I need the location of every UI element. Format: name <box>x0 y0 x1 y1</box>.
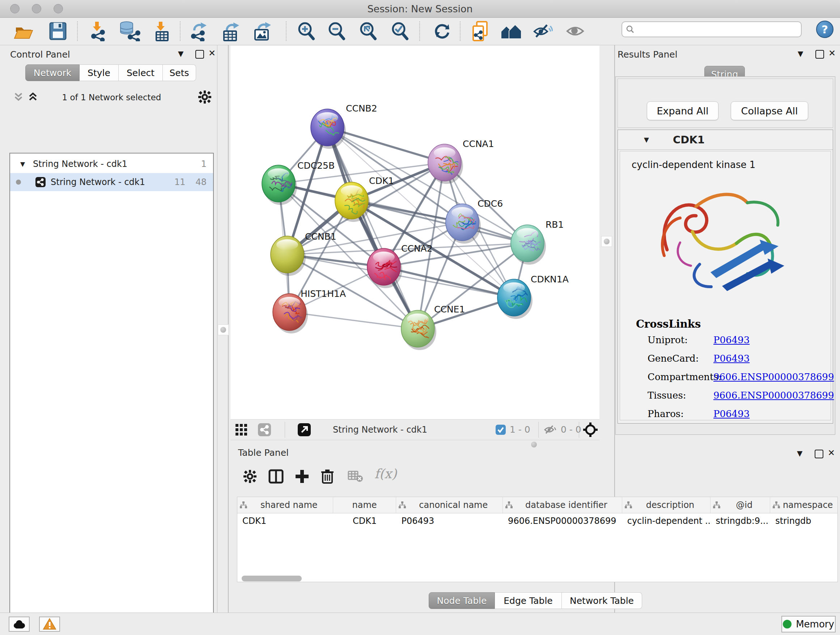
memory-button[interactable]: Memory <box>782 616 836 632</box>
hide-unhide-button[interactable] <box>532 20 553 42</box>
column-header-canonical-name[interactable]: canonical name <box>396 497 503 513</box>
create-column-button[interactable] <box>292 468 312 485</box>
network-row[interactable]: String Network - cdk1 11 48 <box>10 173 213 191</box>
open-session-button[interactable] <box>14 20 34 42</box>
tab-style[interactable]: Style <box>80 65 118 81</box>
network-node-HIST1H1A[interactable] <box>273 294 308 333</box>
network-node-CCNB2[interactable] <box>311 109 346 149</box>
update-network-button[interactable] <box>432 20 452 42</box>
table-panel-menu-button[interactable]: ▼ <box>797 450 802 457</box>
left-splitter-handle[interactable] <box>218 325 229 335</box>
crosslink-value-uniprot[interactable]: P06493 <box>714 334 750 345</box>
window-title: Session: New Session <box>0 3 840 14</box>
cell-canonical-name[interactable]: P06493 <box>396 513 503 529</box>
network-node-CCNE1[interactable] <box>401 310 436 350</box>
crosslink-label-compartments: Compartments: <box>647 371 722 382</box>
table-horizontal-scrollbar[interactable] <box>242 576 302 581</box>
tab-sets[interactable]: Sets <box>163 65 196 81</box>
cell-namespace[interactable]: stringdb <box>770 513 837 529</box>
zoom-in-icon <box>296 21 316 41</box>
export-image-button[interactable] <box>253 20 273 42</box>
network-node-CDC6[interactable] <box>446 204 481 244</box>
string-home-button[interactable] <box>500 20 523 42</box>
control-panel-float-button[interactable] <box>195 50 204 59</box>
export-network-button[interactable] <box>189 20 209 42</box>
cloud-status-button[interactable] <box>9 616 30 632</box>
results-panel-float-button[interactable] <box>815 50 824 59</box>
network-node-RB1[interactable] <box>511 225 546 264</box>
cell-id[interactable]: stringdb:9... <box>711 513 770 529</box>
results-panel-menu-button[interactable]: ▼ <box>798 50 803 57</box>
protein-expand-caret[interactable]: ▼ <box>644 136 649 143</box>
detach-view-button[interactable] <box>298 423 311 438</box>
control-panel-close-button[interactable]: ✕ <box>208 50 216 57</box>
status-bar: Memory <box>0 613 840 635</box>
import-table-from-file-button[interactable] <box>152 20 172 42</box>
search-input[interactable] <box>638 24 797 35</box>
network-node-CDKN1A[interactable] <box>497 279 532 319</box>
table-row[interactable]: CDK1 CDK1 P06493 9606.ENSP00000378699 cy… <box>237 513 837 529</box>
tab-node-table[interactable]: Node Table <box>429 592 495 609</box>
cell-description[interactable]: cyclin-dependent ... <box>622 513 711 529</box>
network-canvas[interactable]: CCNB2CCNA1CDC25BCDK1CDC6RB1CCNB1CCNA2CDK… <box>231 46 600 419</box>
network-node-CDK1[interactable] <box>335 182 370 222</box>
column-type-icon <box>713 501 721 509</box>
zoom-fit-button[interactable] <box>358 20 378 42</box>
tab-network-table[interactable]: Network Table <box>562 592 642 609</box>
import-network-from-file-button[interactable] <box>88 20 108 42</box>
crosslink-value-genecard[interactable]: P06493 <box>714 353 750 364</box>
collapse-all-button[interactable]: Collapse All <box>731 101 808 120</box>
tab-select[interactable]: Select <box>118 65 163 81</box>
cell-name[interactable]: CDK1 <box>333 513 396 529</box>
column-header-name[interactable]: name <box>333 497 396 513</box>
table-panel-float-button[interactable] <box>815 450 823 458</box>
network-panel-options-button[interactable] <box>197 90 212 106</box>
column-header-id[interactable]: @id <box>711 497 770 513</box>
show-graphics-details-button[interactable] <box>565 20 585 42</box>
zoom-in-button[interactable] <box>296 20 316 42</box>
selected-checkbox[interactable] <box>496 424 506 436</box>
string-results-box: Expand All Collapse All ▼ CDK1 cyclin-de… <box>615 76 835 435</box>
delete-columns-button[interactable] <box>317 468 338 485</box>
zoom-selected-button[interactable] <box>390 20 410 42</box>
warnings-button[interactable] <box>39 616 60 632</box>
help-button[interactable]: ? <box>816 21 834 38</box>
table-panel-title: Table Panel <box>238 448 289 458</box>
save-session-button[interactable] <box>48 20 68 42</box>
show-column-selector-button[interactable] <box>266 468 286 485</box>
crosslink-value-pharos[interactable]: P06493 <box>714 409 750 419</box>
strip-separator <box>579 422 579 438</box>
navigator-button[interactable] <box>583 423 598 439</box>
network-collection-row[interactable]: ▼ String Network - cdk1 1 <box>10 155 213 173</box>
right-splitter-handle[interactable] <box>601 236 612 247</box>
column-header-database-identifier[interactable]: database identifier <box>503 497 622 513</box>
tab-edge-table[interactable]: Edge Table <box>495 592 562 609</box>
export-table-button[interactable] <box>221 20 241 42</box>
import-network-from-database-button[interactable] <box>117 20 141 42</box>
function-builder-button[interactable]: f(x) <box>374 466 397 481</box>
control-panel-menu-button[interactable]: ▼ <box>178 50 183 57</box>
column-header-description[interactable]: description <box>622 497 711 513</box>
column-header-namespace[interactable]: namespace <box>770 497 837 513</box>
collection-expand-caret[interactable]: ▼ <box>20 160 25 168</box>
expand-all-button[interactable]: Expand All <box>647 101 718 120</box>
crosslink-value-tissues[interactable]: 9606.ENSP00000378699 <box>714 390 834 401</box>
crosslink-value-compartments[interactable]: 9606.ENSP00000378699 <box>714 371 834 382</box>
table-options-button[interactable] <box>240 468 260 485</box>
tab-network[interactable]: Network <box>25 65 80 81</box>
warning-icon <box>43 618 57 630</box>
clone-network-button[interactable] <box>470 20 491 42</box>
protein-header[interactable]: ▼ CDK1 <box>618 130 833 150</box>
table-panel-close-button[interactable]: ✕ <box>828 449 835 456</box>
network-graph[interactable]: CCNB2CCNA1CDC25BCDK1CDC6RB1CCNB1CCNA2CDK… <box>231 46 600 419</box>
network-node-CDC25B[interactable] <box>262 165 297 205</box>
show-network-list-button[interactable] <box>235 424 248 437</box>
network-view-grid-mode-button[interactable] <box>258 423 271 438</box>
cell-shared-name[interactable]: CDK1 <box>237 513 333 529</box>
network-node-CCNA1[interactable] <box>428 144 463 184</box>
delete-table-button[interactable] <box>346 468 366 485</box>
zoom-out-button[interactable] <box>326 20 347 42</box>
results-panel-close-button[interactable]: ✕ <box>829 50 836 57</box>
cell-database-identifier[interactable]: 9606.ENSP00000378699 <box>503 513 622 529</box>
column-header-shared-name[interactable]: shared name <box>237 497 333 513</box>
